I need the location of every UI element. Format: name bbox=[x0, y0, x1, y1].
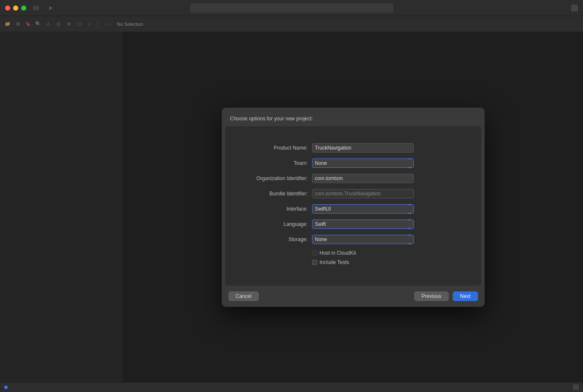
bundle-identifier-row: Bundle Identifier: bbox=[234, 189, 473, 198]
team-select[interactable]: None Add Account... bbox=[312, 158, 414, 168]
search-icon[interactable]: 🔍 bbox=[35, 21, 42, 28]
dialog-header: Choose options for your new project: bbox=[222, 108, 485, 126]
dialog-overlay: Choose options for your new project: Pro… bbox=[123, 32, 583, 382]
titlebar bbox=[0, 0, 583, 16]
team-row: Team: None Add Account... ⌃⌄ bbox=[234, 158, 473, 168]
language-control: Swift Objective-C ⌃⌄ bbox=[312, 220, 414, 229]
org-identifier-label: Organization Identifier: bbox=[234, 175, 312, 181]
product-name-input[interactable] bbox=[312, 143, 414, 153]
org-identifier-control bbox=[312, 174, 414, 183]
statusbar bbox=[0, 382, 583, 392]
nav-arrows: ‹ › bbox=[105, 21, 110, 27]
run-icon bbox=[49, 6, 53, 10]
language-select[interactable]: Swift Objective-C bbox=[312, 220, 414, 229]
storage-control: None Core Data SwiftData ⌃⌄ bbox=[312, 235, 414, 244]
team-label: Team: bbox=[234, 160, 312, 166]
include-tests-checkbox[interactable] bbox=[312, 260, 317, 265]
dialog-title: Choose options for your new project: bbox=[230, 116, 313, 122]
memory-icon[interactable]: ⊕ bbox=[65, 21, 72, 28]
interface-control: SwiftUI Storyboard ⌃⌄ bbox=[312, 204, 414, 214]
sidebar bbox=[0, 32, 123, 382]
product-name-control bbox=[312, 143, 414, 153]
statusbar-icon bbox=[573, 384, 579, 390]
content-area: Choose options for your new project: Pro… bbox=[123, 32, 583, 382]
interface-select-wrapper: SwiftUI Storyboard ⌃⌄ bbox=[312, 204, 414, 214]
folder-icon[interactable]: 📁 bbox=[4, 21, 11, 28]
org-identifier-input[interactable] bbox=[312, 174, 414, 183]
interface-select[interactable]: SwiftUI Storyboard bbox=[312, 204, 414, 214]
include-tests-row: Include Tests bbox=[312, 259, 473, 265]
footer-right: Previous Next bbox=[414, 292, 477, 301]
no-selection-label: No Selection bbox=[117, 22, 143, 27]
warning-icon[interactable]: ⚠ bbox=[45, 21, 52, 28]
host-cloudkit-label: Host in CloudKit bbox=[312, 250, 356, 256]
titlebar-right bbox=[571, 5, 578, 11]
run-icon[interactable]: ◎ bbox=[55, 21, 62, 28]
toolbar: 📁 ⊞ 🔖 🔍 ⚠ ◎ ⊕ ◻ ⑂ ‹ › No Selection bbox=[0, 16, 583, 32]
team-control: None Add Account... ⌃⌄ bbox=[312, 158, 414, 168]
back-arrow-icon[interactable]: ‹ bbox=[105, 21, 106, 27]
bundle-identifier-control bbox=[312, 189, 414, 198]
traffic-lights bbox=[5, 6, 26, 11]
run-button[interactable] bbox=[47, 5, 54, 11]
status-dot bbox=[4, 386, 8, 389]
new-project-dialog: Choose options for your new project: Pro… bbox=[222, 108, 485, 307]
sidebar-toggle-icon[interactable] bbox=[33, 6, 39, 10]
close-button[interactable] bbox=[5, 6, 10, 11]
titlebar-search[interactable] bbox=[190, 3, 393, 13]
storage-row: Storage: None Core Data SwiftData ⌃⌄ bbox=[234, 235, 473, 244]
include-tests-text: Include Tests bbox=[320, 259, 349, 265]
break-icon[interactable]: ◻ bbox=[75, 21, 82, 28]
titlebar-center bbox=[190, 3, 393, 13]
team-select-wrapper: None Add Account... ⌃⌄ bbox=[312, 158, 414, 168]
org-identifier-row: Organization Identifier: bbox=[234, 174, 473, 183]
forward-arrow-icon[interactable]: › bbox=[108, 21, 110, 27]
dialog-footer: Cancel Previous Next bbox=[222, 286, 485, 307]
storage-label: Storage: bbox=[234, 236, 312, 242]
dialog-body: Product Name: Team: None Add Acc bbox=[225, 126, 481, 286]
branch-icon[interactable]: ⑂ bbox=[86, 21, 92, 28]
previous-button[interactable]: Previous bbox=[414, 292, 449, 301]
minimize-button[interactable] bbox=[13, 6, 18, 11]
host-cloudkit-text: Host in CloudKit bbox=[320, 250, 356, 256]
language-label: Language: bbox=[234, 221, 312, 227]
source-icon[interactable]: ⊞ bbox=[14, 21, 21, 28]
bundle-identifier-label: Bundle Identifier: bbox=[234, 191, 312, 197]
bookmark-icon[interactable]: 🔖 bbox=[25, 21, 31, 28]
main-layout: Choose options for your new project: Pro… bbox=[0, 32, 583, 382]
include-tests-label: Include Tests bbox=[312, 259, 349, 265]
interface-row: Interface: SwiftUI Storyboard ⌃⌄ bbox=[234, 204, 473, 214]
separator bbox=[98, 20, 98, 28]
next-button[interactable]: Next bbox=[453, 292, 478, 301]
storage-select[interactable]: None Core Data SwiftData bbox=[312, 235, 414, 244]
language-row: Language: Swift Objective-C ⌃⌄ bbox=[234, 220, 473, 229]
cancel-button[interactable]: Cancel bbox=[229, 292, 259, 301]
bundle-identifier-input bbox=[312, 189, 414, 198]
host-cloudkit-checkbox[interactable] bbox=[312, 250, 317, 256]
inspector-toggle-icon[interactable] bbox=[571, 5, 578, 11]
maximize-button[interactable] bbox=[21, 6, 26, 11]
interface-label: Interface: bbox=[234, 206, 312, 212]
product-name-label: Product Name: bbox=[234, 145, 312, 151]
language-select-wrapper: Swift Objective-C ⌃⌄ bbox=[312, 220, 414, 229]
host-cloudkit-row: Host in CloudKit bbox=[312, 250, 473, 256]
storage-select-wrapper: None Core Data SwiftData ⌃⌄ bbox=[312, 235, 414, 244]
product-name-row: Product Name: bbox=[234, 143, 473, 153]
